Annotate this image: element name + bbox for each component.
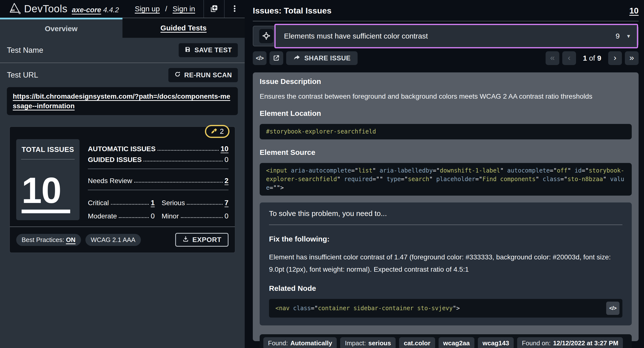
dot-leader — [158, 150, 219, 151]
prev-page-button[interactable]: ‹ — [562, 51, 576, 65]
category-tag-value: cat.color — [404, 340, 430, 347]
total-issues-tile: TOTAL ISSUES 10 — [16, 139, 80, 220]
engine-version-number: 4.4.2 — [103, 6, 119, 14]
remediation-card: To solve this problem, you need to... Fi… — [260, 202, 632, 326]
axe-logo-icon: ax — [7, 2, 20, 16]
picker-count: 2 — [220, 127, 224, 136]
moderate-label: Moderate — [88, 212, 117, 220]
dot-leader — [187, 204, 222, 205]
breakdown-divider — [88, 190, 228, 190]
app-header: ax DevTools axe-core 4.4.2 Sign up / Sig… — [0, 0, 245, 18]
minor-row: Minor 0 — [162, 209, 229, 220]
issues-title-row: Issues: Total Issues 10 — [253, 6, 638, 16]
remediation-intro: To solve this problem, you need to... — [269, 209, 622, 218]
test-url-label: Test URL — [7, 71, 38, 80]
pagination-status: 1 of 9 — [583, 54, 601, 62]
left-panel: ax DevTools axe-core 4.4.2 Sign up / Sig… — [0, 0, 245, 348]
external-link-icon — [273, 54, 280, 62]
issues-title: Issues: Total Issues — [253, 6, 332, 16]
impact-tag: Impact: serious — [340, 337, 396, 348]
best-practices-toggle[interactable]: Best Practices: ON — [16, 234, 81, 246]
share-issue-label: SHARE ISSUE — [304, 54, 351, 62]
guided-issues-label: GUIDED ISSUES — [88, 156, 142, 164]
first-page-button[interactable]: « — [546, 51, 559, 65]
share-issue-button[interactable]: SHARE ISSUE — [286, 51, 358, 65]
export-label: EXPORT — [192, 236, 222, 244]
related-node-code-button[interactable]: </> — [606, 302, 620, 315]
auth-divider: / — [165, 5, 167, 13]
fix-description: Element has insufficient color contrast … — [269, 251, 622, 276]
engine-version: axe-core 4.4.2 — [72, 6, 119, 14]
sign-up-link[interactable]: Sign up — [135, 5, 160, 13]
critical-value[interactable]: 1 — [151, 199, 154, 207]
issue-tag-bar: Found: Automatically Impact: serious cat… — [260, 334, 632, 348]
minor-value: 0 — [224, 212, 228, 220]
needs-review-label: Needs Review — [88, 177, 132, 185]
save-test-button[interactable]: SAVE TEST — [179, 43, 238, 57]
tab-overview-label: Overview — [45, 24, 78, 33]
issue-description-heading: Issue Description — [260, 77, 632, 86]
open-external-button[interactable] — [270, 51, 283, 65]
found-tag-label: Found: — [268, 340, 288, 347]
fix-heading: Fix the following: — [269, 235, 622, 243]
severity-grid: Critical 1 Serious 7 Moderate — [88, 196, 228, 220]
rerun-scan-button[interactable]: RE-RUN SCAN — [168, 68, 238, 82]
last-page-button[interactable]: » — [625, 51, 638, 65]
kebab-menu-icon — [231, 5, 238, 13]
test-url-box: https://bit.chromadesignsystem.com/?path… — [7, 87, 238, 115]
automatic-issues-label: AUTOMATIC ISSUES — [88, 145, 156, 153]
view-source-button[interactable]: </> — [253, 51, 266, 65]
tab-guided-tests-label: Guided Tests — [160, 24, 207, 32]
export-button[interactable]: EXPORT — [175, 233, 228, 247]
critical-label: Critical — [88, 199, 109, 207]
highlight-element-button[interactable] — [259, 29, 274, 43]
impact-tag-label: Impact: — [345, 340, 366, 347]
minor-label: Minor — [162, 212, 179, 220]
new-window-button[interactable] — [204, 0, 224, 18]
next-page-button[interactable]: › — [608, 51, 622, 65]
automatic-issues-value[interactable]: 10 — [221, 145, 228, 153]
app-title: DevTools — [24, 3, 68, 15]
related-node-box: <nav class="container sidebar-container … — [269, 299, 622, 318]
needs-review-value[interactable]: 2 — [224, 177, 228, 185]
tab-bar: Overview Guided Tests — [0, 18, 245, 38]
total-pages: 9 — [597, 54, 601, 62]
current-page: 1 — [583, 54, 587, 62]
sign-in-link[interactable]: Sign in — [172, 5, 195, 13]
of-label: of — [589, 54, 595, 62]
tab-overview[interactable]: Overview — [0, 18, 122, 38]
save-test-label: SAVE TEST — [194, 46, 232, 54]
options-menu-button[interactable] — [224, 0, 245, 18]
serious-label: Serious — [162, 199, 185, 207]
svg-text:ax: ax — [11, 8, 15, 12]
card-footer-divider — [10, 226, 235, 227]
engine-name: axe-core — [72, 6, 101, 14]
chevron-down-icon: ▾ — [627, 33, 630, 40]
automatic-issues-row: AUTOMATIC ISSUES 10 — [88, 142, 228, 153]
summary-breakdown: AUTOMATIC ISSUES 10 GUIDED ISSUES 0 Need… — [88, 139, 228, 220]
rerun-scan-label: RE-RUN SCAN — [184, 72, 232, 79]
code-icon: </> — [256, 55, 264, 62]
issues-total-count[interactable]: 10 — [629, 6, 638, 16]
wcag143-tag: wcag143 — [478, 337, 514, 348]
wcag-standard-chip: WCAG 2.1 AAA — [86, 234, 141, 246]
new-window-icon — [210, 4, 218, 14]
test-url-link[interactable]: https://bit.chromadesignsystem.com/?path… — [13, 92, 230, 110]
total-issues-value: 10 — [22, 173, 74, 208]
issue-rule-chooser: Elements must have sufficient color cont… — [253, 24, 638, 48]
critical-row: Critical 1 — [88, 196, 155, 207]
tab-guided-tests[interactable]: Guided Tests — [122, 18, 245, 38]
total-issues-underline — [22, 210, 70, 213]
needs-review-row: Needs Review 2 — [88, 174, 228, 185]
breakdown-divider — [88, 168, 228, 169]
rule-dropdown[interactable]: Elements must have sufficient color cont… — [274, 24, 638, 48]
serious-value[interactable]: 7 — [224, 199, 228, 207]
remediation-divider — [269, 224, 622, 225]
color-picker-badge[interactable]: 2 — [205, 125, 230, 138]
save-icon — [184, 46, 191, 54]
issues-panel: Issues: Total Issues 10 Elements must ha… — [245, 0, 644, 348]
section-divider — [0, 62, 245, 63]
related-node-heading: Related Node — [269, 284, 622, 292]
auth-links: Sign up / Sign in — [135, 5, 195, 13]
total-issues-label: TOTAL ISSUES — [22, 146, 74, 154]
